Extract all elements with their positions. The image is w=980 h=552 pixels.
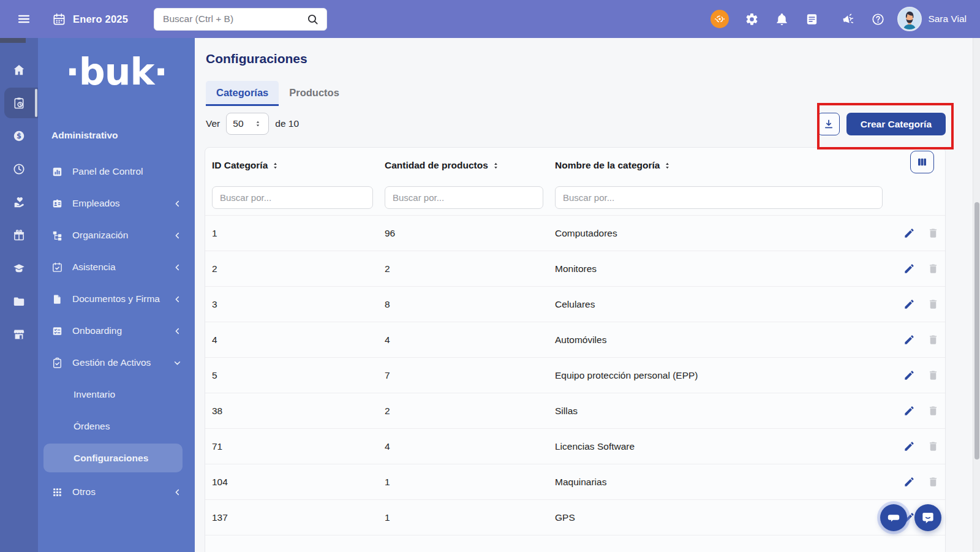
sidebar-item-panel-de-control[interactable]: Panel de Control [38,156,195,187]
delete-trash-icon[interactable] [927,227,939,239]
sidebar-subitem-configuraciones[interactable]: Configuraciones [43,444,183,472]
cell-product-count: 2 [385,406,555,417]
rail-scrollbar-thumb[interactable] [35,89,37,117]
hamburger-menu-icon[interactable] [17,12,31,26]
sidebar-item-asistencia[interactable]: Asistencia [38,251,195,283]
rail-item-remuneration[interactable]: $ [0,119,38,153]
page-size-select[interactable]: 50 [226,113,269,135]
scrollbar-thumb[interactable] [974,202,979,459]
search-input[interactable] [162,13,306,25]
menu-item-label: Asistencia [72,262,116,273]
menu-item-label: Órdenes [74,421,110,432]
rail-item-benefits[interactable] [0,186,38,219]
table-row: 44Automóviles [205,322,945,357]
clipboard-check-icon [51,357,63,369]
cell-product-count: 1 [385,512,555,523]
edit-pencil-icon[interactable] [903,334,915,346]
page-size-value: 50 [233,118,243,129]
tab-categorias[interactable]: Categorías [206,81,279,106]
period-selector[interactable]: Enero 2025 [52,12,128,26]
news-note-icon[interactable] [805,12,819,26]
sidebar: ·buk· Administrativo Panel de ControlEmp… [38,38,195,552]
delete-trash-icon[interactable] [927,476,939,488]
cell-product-count: 1 [385,477,555,488]
rail-item-training[interactable] [0,252,38,285]
filter-count-input[interactable] [385,186,543,209]
announcements-megaphone-icon[interactable] [841,12,855,26]
delete-trash-icon[interactable] [927,405,939,417]
create-category-button[interactable]: Crear Categoría [846,113,946,135]
support-chat-button[interactable] [914,504,941,531]
column-header-id[interactable]: ID Categoría [212,160,385,171]
sidebar-subitem-inventario[interactable]: Inventario [38,379,195,410]
download-button[interactable] [818,113,840,135]
global-search[interactable] [154,8,327,31]
sort-icon [663,161,672,170]
settings-gear-icon[interactable] [745,12,759,26]
menu-item-label: Configuraciones [74,453,148,464]
edit-pencil-icon[interactable] [903,369,915,381]
rail-item-files[interactable] [0,285,38,318]
feedback-chat-button[interactable] [880,504,907,531]
edit-pencil-icon[interactable] [903,440,915,452]
rail-item-marketplace[interactable] [0,318,38,351]
page-scrollbar[interactable] [973,38,980,552]
user-name[interactable]: Sara Vial [928,13,967,25]
sidebar-item-gestion-de-activos[interactable]: Gestión de Activos [38,347,195,379]
cell-category-name: Maquinarias [555,477,888,488]
cell-category-id: 137 [212,512,385,523]
column-picker-button[interactable] [910,151,934,173]
notifications-bell-icon[interactable] [775,12,789,26]
delete-trash-icon[interactable] [927,440,939,452]
sidebar-item-organizacion[interactable]: Organización [38,219,195,251]
buk-logo: ·buk· [38,50,195,93]
categories-table: ID Categoría Cantidad de productos Nombr… [205,147,946,552]
column-header-count[interactable]: Cantidad de productos [385,160,555,171]
chevron-left-icon [172,294,183,304]
delete-trash-icon[interactable] [927,334,939,346]
grid-icon [51,486,63,498]
rail-item-asset-management[interactable] [0,86,38,119]
status-ring-icon[interactable] [710,10,729,28]
help-icon[interactable] [871,12,885,26]
current-period-label: Enero 2025 [73,13,128,25]
delete-trash-icon[interactable] [927,263,939,274]
cell-category-id: 4 [212,335,385,346]
delete-trash-icon[interactable] [927,298,939,310]
tab-productos[interactable]: Productos [279,81,350,106]
rail-item-home[interactable] [0,53,38,86]
sidebar-subitem-ordenes[interactable]: Órdenes [38,410,195,442]
edit-pencil-icon[interactable] [903,263,915,274]
topbar: Enero 2025 Sara Vial [0,0,980,38]
user-avatar[interactable] [897,7,922,31]
edit-pencil-icon[interactable] [903,476,915,488]
cell-category-id: 1 [212,228,385,239]
cell-category-id: 3 [212,299,385,310]
edit-pencil-icon[interactable] [903,298,915,310]
filter-id-input[interactable] [212,186,373,209]
cell-product-count: 4 [385,335,555,346]
sidebar-item-onboarding[interactable]: Onboarding [38,315,195,347]
rail-item-celebrations[interactable] [0,219,38,252]
sidebar-item-empleados[interactable]: Empleados [38,187,195,219]
edit-pencil-icon[interactable] [903,227,915,239]
rail-item-time[interactable] [0,153,38,186]
table-row: 1371GPS [205,499,945,535]
chevron-left-icon [172,230,183,241]
table-empty-row [205,535,945,552]
folder-icon [12,295,26,308]
cell-product-count: 8 [385,299,555,310]
sidebar-item-otros[interactable]: Otros [38,476,195,508]
column-header-name[interactable]: Nombre de la categoría [555,160,888,171]
edit-pencil-icon[interactable] [903,405,915,417]
filter-name-input[interactable] [555,186,883,209]
tabs: Categorías Productos [206,81,350,106]
delete-trash-icon[interactable] [927,369,939,381]
search-icon[interactable] [306,13,319,26]
menu-item-label: Panel de Control [72,166,143,177]
sidebar-item-documentos-y-firma[interactable]: Documentos y Firma [38,283,195,315]
menu-item-label: Organización [72,230,128,241]
chevron-left-icon [172,487,183,497]
bar-chart-icon [51,166,63,178]
cell-category-name: Licencias Software [555,441,888,452]
